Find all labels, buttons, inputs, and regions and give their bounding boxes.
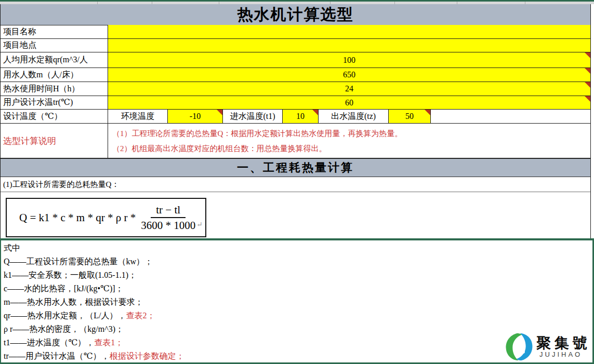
row-label-design-temp: 设计温度（℃）	[1, 110, 108, 123]
legend-item: c——水的比热容，[kJ/(kg•℃)]；	[4, 282, 592, 295]
legend-item: qr——热水用水定额，（L/人），查表2；	[4, 309, 592, 322]
empty-cell	[431, 110, 590, 123]
logo-text: 聚集號 JUJIHAO	[536, 335, 591, 358]
spreadsheet-view: 热水机计算选型 项目名称 项目地点 人均用水定额qr(m^3/人 100 用水人	[0, 0, 594, 364]
section-subtitle: (1)工程设计所需要的总耗热量Q：	[1, 177, 590, 192]
table-row: 项目地点	[1, 39, 590, 52]
section-header: 一、工程耗热量计算	[1, 158, 590, 177]
note-line-1: （1）工程理论所需要的总热量Q：根据用水定额计算出热水使用量，再换算为热量。	[112, 126, 590, 141]
jujihao-logo-icon	[504, 332, 534, 362]
table-row: 用水人数m（人/床） 650	[1, 68, 590, 82]
label-ambient-temp: 环境温度	[108, 110, 168, 123]
row-label-selection-notes: 选型计算说明	[1, 124, 108, 158]
row-label-design-water-temp: 用户设计水温tr(℃)	[1, 96, 108, 109]
input-outlet-temp[interactable]: 50	[389, 110, 431, 123]
comment-marker-icon	[585, 82, 590, 88]
design-temp-row: 设计温度（℃） 环境温度 -10 进水温度(t1) 10 出水温度(tz) 50	[1, 110, 590, 124]
input-project-name[interactable]	[108, 25, 590, 38]
input-inlet-temp[interactable]: 10	[283, 110, 319, 123]
comment-marker-icon	[585, 96, 590, 102]
formula-denominator: 3600 * 1000	[141, 218, 195, 232]
input-people-count[interactable]: 650	[108, 68, 590, 82]
formula-fraction: tr − tl 3600 * 1000	[141, 203, 195, 233]
formula-legend-section: 式中 Q——工程设计所需要的总热量（kw）； k1——安全系数；一般取(1.05…	[0, 240, 594, 364]
jujihao-logo: 聚集號 JUJIHAO	[502, 332, 591, 362]
selection-notes-row: 选型计算说明 （1）工程理论所需要的总热量Q：根据用水定额计算出热水使用量，再换…	[1, 124, 590, 158]
selection-notes-text: （1）工程理论所需要的总热量Q：根据用水定额计算出热水使用量，再换算为热量。 （…	[108, 124, 590, 158]
input-project-location[interactable]	[108, 39, 590, 52]
table-row: 人均用水定额qr(m^3/人 100	[1, 52, 590, 68]
note-line-2: （2）机组最高出水温度对应的机组台数：用总热量换算得出。	[112, 141, 590, 156]
cell-value: -10	[190, 112, 201, 121]
formula-lhs: Q = k1 * c * m * qr * ρ r *	[19, 211, 136, 224]
formula-area: Q = k1 * c * m * qr * ρ r * tr − tl 3600…	[1, 192, 590, 238]
input-design-water-temp[interactable]: 60	[108, 96, 590, 109]
cell-value: 100	[343, 56, 355, 65]
cell-value: 60	[345, 98, 353, 107]
input-water-quota[interactable]: 100	[108, 52, 590, 68]
table-row: 项目名称	[1, 25, 590, 39]
input-ambient-temp[interactable]: -10	[168, 110, 223, 123]
logo-name-en: JUJIHAO	[539, 351, 582, 358]
row-label-usage-hours: 热水使用时间H（h）	[1, 82, 108, 96]
cell-value: 10	[296, 112, 305, 121]
comment-marker-icon	[425, 110, 430, 115]
row-label-people-count: 用水人数m（人/床）	[1, 68, 108, 82]
comment-marker-icon	[217, 110, 222, 115]
table-row: 热水使用时间H（h） 24	[1, 82, 590, 96]
input-usage-hours[interactable]: 24	[108, 82, 590, 96]
row-label-water-quota: 人均用水定额qr(m^3/人	[1, 52, 108, 68]
comment-marker-icon	[312, 110, 318, 115]
label-outlet-temp: 出水温度(tz)	[319, 110, 389, 123]
row-label-project-location: 项目地点	[1, 39, 108, 52]
page-title: 热水机计算选型	[1, 4, 590, 25]
legend-item: m——热水用水人数，根据设计要求；	[4, 295, 592, 309]
comment-marker-icon	[585, 68, 590, 74]
table-row: 用户设计水温tr(℃) 60	[1, 96, 590, 110]
cell-value: 24	[345, 84, 353, 93]
label-inlet-temp: 进水温度(t1)	[223, 110, 283, 123]
logo-name-cn: 聚集號	[536, 335, 591, 351]
row-label-project-name: 项目名称	[1, 25, 108, 38]
worksheet-table: 热水机计算选型 项目名称 项目地点 人均用水定额qr(m^3/人 100 用水人	[0, 4, 591, 238]
comment-marker-icon	[585, 52, 590, 58]
cell-value: 650	[343, 70, 355, 79]
cell-value: 50	[405, 112, 414, 121]
heat-load-formula: Q = k1 * c * m * qr * ρ r * tr − tl 3600…	[6, 198, 206, 237]
return-mark: ↵	[196, 220, 203, 236]
legend-item: k1——安全系数；一般取(1.05-1.1)；	[4, 268, 592, 282]
legend-intro: 式中	[4, 241, 592, 255]
formula-numerator: tr − tl	[151, 203, 186, 218]
legend-item: Q——工程设计所需要的总热量（kw）；	[4, 255, 592, 268]
